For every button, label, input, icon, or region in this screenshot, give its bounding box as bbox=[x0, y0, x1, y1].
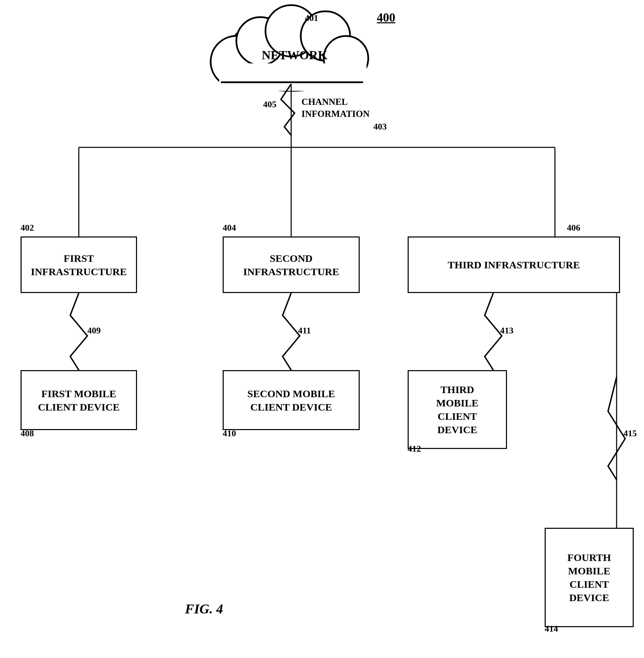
ref-403: 403 bbox=[373, 122, 387, 132]
network-label: NETWORK bbox=[260, 48, 329, 62]
fourth-mobile-box: FOURTHMOBILECLIENTDEVICE bbox=[545, 528, 634, 627]
third-mobile-box: THIRDMOBILECLIENTDEVICE bbox=[408, 370, 507, 449]
ref-411: 411 bbox=[298, 326, 311, 336]
ref-402: 402 bbox=[21, 223, 34, 233]
ref-409: 409 bbox=[87, 326, 101, 336]
third-infra-box: THIRD INFRASTRUCTURE bbox=[408, 236, 620, 293]
ref-412: 412 bbox=[408, 444, 421, 454]
first-mobile-box: FIRST MOBILECLIENT DEVICE bbox=[21, 370, 137, 430]
diagram-number: 400 bbox=[377, 10, 395, 25]
channel-info-label: CHANNELINFORMATION bbox=[301, 96, 377, 120]
first-infra-box: FIRSTINFRASTRUCTURE bbox=[21, 236, 137, 293]
ref-401: 401 bbox=[305, 13, 318, 23]
second-infra-box: SECONDINFRASTRUCTURE bbox=[223, 236, 360, 293]
fig-label: FIG. 4 bbox=[185, 601, 223, 617]
svg-rect-6 bbox=[219, 63, 367, 91]
second-mobile-box: SECOND MOBILECLIENT DEVICE bbox=[223, 370, 360, 430]
ref-405: 405 bbox=[263, 99, 276, 110]
ref-415: 415 bbox=[623, 428, 637, 439]
diagram-container: 400 NETWORK 401 CHANNELINFORMATION 405 4… bbox=[0, 0, 644, 658]
ref-406: 406 bbox=[567, 223, 580, 233]
svg-point-5 bbox=[324, 36, 368, 81]
ref-408: 408 bbox=[21, 428, 34, 439]
ref-414: 414 bbox=[545, 624, 558, 634]
ref-410: 410 bbox=[223, 428, 236, 439]
svg-point-1 bbox=[211, 36, 262, 87]
ref-404: 404 bbox=[223, 223, 236, 233]
ref-413: 413 bbox=[500, 326, 513, 336]
